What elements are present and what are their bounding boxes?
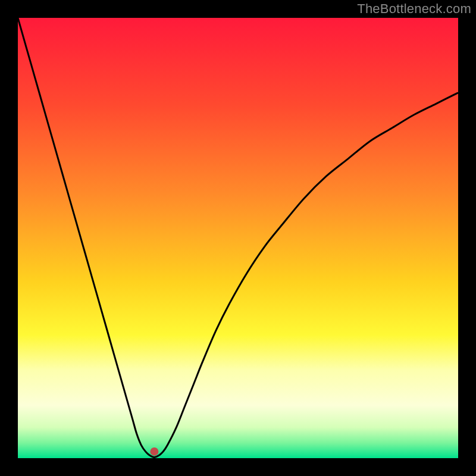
chart-frame: TheBottleneck.com — [0, 0, 476, 476]
bottleneck-curve — [18, 18, 458, 458]
watermark-text: TheBottleneck.com — [357, 1, 471, 17]
curve-layer — [18, 18, 458, 458]
plot-area — [18, 18, 458, 458]
minimum-marker — [150, 447, 158, 456]
